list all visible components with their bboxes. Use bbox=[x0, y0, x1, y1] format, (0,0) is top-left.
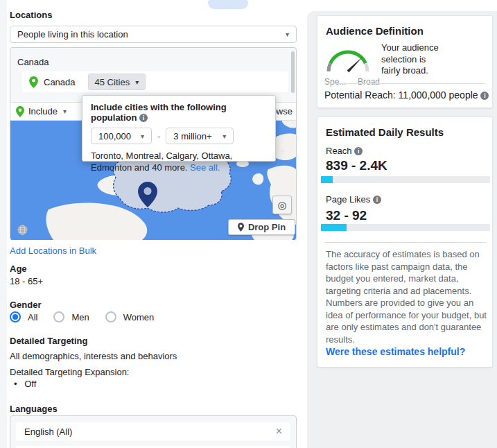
languages-container: English (All) × bbox=[10, 415, 297, 448]
info-icon[interactable]: i bbox=[480, 92, 489, 100]
page-likes-value: 32 - 92 bbox=[326, 208, 367, 223]
potential-reach-text: Potential Reach: 11,000,000 people bbox=[324, 89, 478, 101]
radio-men[interactable] bbox=[53, 311, 64, 322]
language-token[interactable]: English (All) × bbox=[16, 422, 290, 440]
min-population-value: 100,000 bbox=[98, 131, 131, 141]
age-label: Age bbox=[10, 264, 27, 274]
cities-count-button[interactable]: 45 Cities ▾ bbox=[88, 74, 146, 90]
targeting-expansion-label: Detailed Targeting Expansion: bbox=[10, 367, 130, 377]
page-likes-bar-fill bbox=[321, 224, 347, 231]
info-icon[interactable]: i bbox=[354, 147, 363, 155]
location-type-select[interactable]: People living in this location ▾ bbox=[10, 26, 297, 43]
radio-all-label[interactable]: All bbox=[28, 312, 37, 322]
top-cutoff-button[interactable] bbox=[208, 0, 248, 9]
estimates-disclaimer: The accuracy of estimates is based on fa… bbox=[326, 248, 488, 345]
reach-bar-fill bbox=[321, 176, 333, 183]
see-all-link[interactable]: See all. bbox=[190, 162, 220, 173]
targeting-expansion-row: • Off bbox=[14, 379, 36, 389]
selected-location-name: Canada bbox=[44, 77, 76, 87]
radio-all[interactable] bbox=[10, 311, 21, 322]
estimated-daily-results-card: Estimated Daily Results Reach i 839 - 2.… bbox=[317, 117, 493, 368]
audience-description: Your audience selection is fairly broad. bbox=[381, 42, 447, 77]
ads-audience-screen: Locations People living in this location… bbox=[0, 0, 497, 448]
languages-label: Languages bbox=[10, 404, 58, 414]
locate-button[interactable]: ◎ bbox=[272, 196, 292, 214]
estimates-helpful-link[interactable]: Were these estimates helpful? bbox=[326, 346, 465, 357]
gauge-left-label: Spe... bbox=[324, 77, 346, 87]
chevron-down-icon[interactable]: ▾ bbox=[63, 107, 67, 115]
info-icon[interactable]: i bbox=[139, 114, 148, 122]
cities-population-popup: Include cities with the following popula… bbox=[82, 95, 276, 162]
page-likes-label: Page Likes bbox=[326, 194, 370, 205]
targeting-expansion-value: Off bbox=[24, 379, 36, 389]
drop-pin-button[interactable]: Drop Pin bbox=[228, 219, 295, 235]
drop-pin-icon bbox=[238, 223, 244, 232]
radio-women[interactable] bbox=[105, 311, 116, 322]
gauge-right-label: Broad bbox=[358, 77, 380, 87]
globe-icon bbox=[17, 225, 28, 235]
max-population-value: 3 million+ bbox=[173, 131, 211, 141]
chevron-down-icon: ▾ bbox=[141, 132, 144, 140]
drop-pin-label: Drop Pin bbox=[248, 222, 286, 232]
close-icon[interactable]: × bbox=[276, 425, 282, 438]
bullet-icon: • bbox=[14, 379, 17, 389]
gender-label: Gender bbox=[10, 300, 42, 310]
estimated-results-title: Estimated Daily Results bbox=[326, 126, 444, 138]
page-likes-label-row: Page Likes i bbox=[326, 194, 381, 205]
include-dropdown[interactable]: Include bbox=[28, 106, 58, 117]
location-type-value: People living in this location bbox=[17, 29, 128, 40]
chevron-down-icon: ▾ bbox=[223, 132, 226, 140]
potential-reach-row: Potential Reach: 11,000,000 people i bbox=[324, 89, 489, 101]
locations-scrollbar[interactable] bbox=[291, 51, 295, 93]
age-value: 18 - 65+ bbox=[10, 276, 43, 286]
card-divider bbox=[324, 242, 487, 243]
info-icon[interactable]: i bbox=[373, 196, 381, 204]
reach-value: 839 - 2.4K bbox=[326, 158, 387, 173]
detailed-targeting-label: Detailed Targeting bbox=[10, 336, 87, 346]
audience-definition-card: Audience Definition Spe... Broad Your au… bbox=[317, 15, 493, 108]
language-value: English (All) bbox=[24, 427, 72, 437]
page-likes-bar bbox=[321, 224, 490, 231]
location-pin-icon bbox=[29, 76, 38, 88]
popup-title: Include cities with the following popula… bbox=[91, 102, 227, 123]
chevron-down-icon: ▾ bbox=[286, 31, 289, 38]
gender-options: All Men Women bbox=[10, 311, 154, 322]
card-divider bbox=[324, 83, 485, 84]
reach-label: Reach bbox=[326, 146, 352, 156]
locations-section-label: Locations bbox=[10, 10, 52, 20]
left-gutter bbox=[0, 0, 7, 448]
max-population-select[interactable]: 3 million+ ▾ bbox=[166, 128, 234, 144]
cities-count-label: 45 Cities bbox=[95, 77, 130, 87]
add-locations-bulk-link[interactable]: Add Locations in Bulk bbox=[10, 245, 96, 256]
include-pin-icon bbox=[16, 106, 24, 117]
reach-bar bbox=[321, 176, 490, 183]
chevron-down-icon: ▾ bbox=[135, 78, 139, 86]
reach-label-row: Reach i bbox=[326, 146, 363, 156]
location-group-label: Canada bbox=[17, 57, 49, 67]
radio-women-label[interactable]: Women bbox=[123, 312, 155, 322]
audience-gauge bbox=[324, 40, 374, 76]
audience-definition-title: Audience Definition bbox=[326, 25, 424, 37]
min-population-select[interactable]: 100,000 ▾ bbox=[91, 128, 152, 144]
detailed-targeting-value: All demographics, interests and behavior… bbox=[10, 351, 177, 361]
range-separator: - bbox=[157, 131, 160, 141]
locate-icon: ◎ bbox=[277, 199, 286, 212]
radio-men-label[interactable]: Men bbox=[71, 312, 89, 322]
selected-location-row: Canada 45 Cities ▾ bbox=[22, 71, 288, 92]
